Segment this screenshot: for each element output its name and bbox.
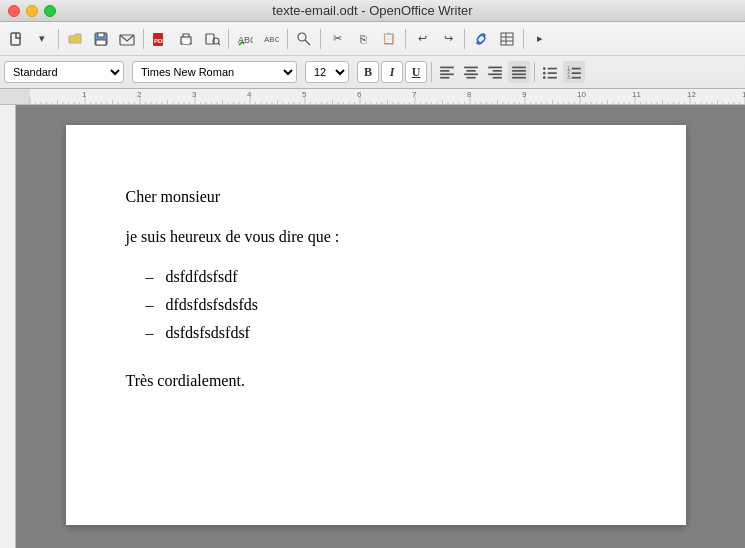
document-page: Cher monsieur je suis heureux de vous di… xyxy=(66,125,686,525)
greeting-paragraph: Cher monsieur xyxy=(126,185,626,209)
font-select[interactable]: Times New Roman Arial Helvetica xyxy=(132,61,297,83)
align-justify-button[interactable] xyxy=(508,61,530,83)
svg-point-41 xyxy=(543,76,546,79)
svg-text:_: _ xyxy=(270,39,276,47)
align-left-button[interactable] xyxy=(436,61,458,83)
sep-7 xyxy=(464,29,465,49)
sep-6 xyxy=(405,29,406,49)
svg-rect-8 xyxy=(183,40,189,44)
svg-line-16 xyxy=(305,40,310,45)
svg-rect-17 xyxy=(501,33,513,45)
list-unordered-button[interactable] xyxy=(539,61,561,83)
redo-button[interactable]: ↪ xyxy=(436,27,460,51)
align-right-button[interactable] xyxy=(484,61,506,83)
svg-text:3.: 3. xyxy=(567,75,571,80)
font-size-select[interactable]: 12 10 14 16 xyxy=(305,61,349,83)
print-preview-button[interactable] xyxy=(200,27,224,51)
minimize-button[interactable] xyxy=(26,5,38,17)
sep-fmt-1 xyxy=(431,62,432,82)
table-button[interactable] xyxy=(495,27,519,51)
closing-paragraph: Très cordialement. xyxy=(126,369,626,393)
main-area: Cher monsieur je suis heureux de vous di… xyxy=(0,105,745,548)
sep-5 xyxy=(320,29,321,49)
more-button[interactable]: ▸ xyxy=(528,27,552,51)
traffic-lights xyxy=(8,5,56,17)
svg-line-11 xyxy=(218,43,220,45)
toolbar-row-2: Standard Heading 1 Heading 2 Times New R… xyxy=(0,56,745,88)
sep-2 xyxy=(143,29,144,49)
new-button[interactable] xyxy=(4,27,28,51)
intro-paragraph: je suis heureux de vous dire que : xyxy=(126,225,626,249)
sep-fmt-2 xyxy=(534,62,535,82)
svg-point-15 xyxy=(298,33,306,41)
maximize-button[interactable] xyxy=(44,5,56,17)
sep-4 xyxy=(287,29,288,49)
save-button[interactable] xyxy=(89,27,113,51)
underline-button[interactable]: U xyxy=(405,61,427,83)
print-button[interactable] xyxy=(174,27,198,51)
paragraph-style-select[interactable]: Standard Heading 1 Heading 2 xyxy=(4,61,124,83)
title-bar: texte-email.odt - OpenOffice Writer xyxy=(0,0,745,22)
find-button[interactable] xyxy=(292,27,316,51)
paste-button[interactable]: 📋 xyxy=(377,27,401,51)
bold-button[interactable]: B xyxy=(357,61,379,83)
export-pdf-button[interactable]: PDF xyxy=(148,27,172,51)
open-button[interactable] xyxy=(63,27,87,51)
list-ordered-button[interactable]: 1.2.3. xyxy=(563,61,585,83)
close-button[interactable] xyxy=(8,5,20,17)
window-title: texte-email.odt - OpenOffice Writer xyxy=(272,3,472,18)
sep-8 xyxy=(523,29,524,49)
copy-button[interactable]: ⎘ xyxy=(351,27,375,51)
list-item-1: dsfdfdsfsdf xyxy=(166,265,626,289)
toolbars: ▾ PDF ABC ABC_ ✂ xyxy=(0,22,745,89)
spellcheck-button[interactable]: ABC xyxy=(233,27,257,51)
italic-button[interactable]: I xyxy=(381,61,403,83)
svg-text:PDF: PDF xyxy=(154,38,166,44)
horizontal-ruler xyxy=(0,89,745,105)
spellcheck2-button[interactable]: ABC_ xyxy=(259,27,283,51)
svg-point-37 xyxy=(543,67,546,70)
new-dropdown-button[interactable]: ▾ xyxy=(30,27,54,51)
undo-button[interactable]: ↩ xyxy=(410,27,434,51)
sep-3 xyxy=(228,29,229,49)
sep-1 xyxy=(58,29,59,49)
list-item-3: dsfdsfsdsfdsf xyxy=(166,321,626,345)
svg-point-39 xyxy=(543,72,546,75)
align-center-button[interactable] xyxy=(460,61,482,83)
toolbar-row-1: ▾ PDF ABC ABC_ ✂ xyxy=(0,22,745,56)
email-button[interactable] xyxy=(115,27,139,51)
vertical-ruler xyxy=(0,105,16,548)
svg-rect-2 xyxy=(98,33,104,37)
list-item-2: dfdsfdsfsdsfds xyxy=(166,293,626,317)
document-area[interactable]: Cher monsieur je suis heureux de vous di… xyxy=(16,105,745,548)
svg-rect-3 xyxy=(96,40,106,45)
hyperlink-button[interactable] xyxy=(469,27,493,51)
bullet-list: dsfdfdsfsdf dfdsfdsfsdsfds dsfdsfsdsfdsf xyxy=(166,265,626,345)
cut-button[interactable]: ✂ xyxy=(325,27,349,51)
